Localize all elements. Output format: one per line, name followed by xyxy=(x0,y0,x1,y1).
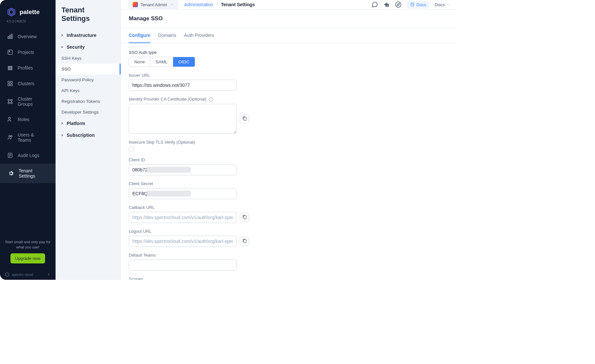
docs-badge-label: Docs xyxy=(417,2,426,7)
default-teams-label: Default Teams xyxy=(129,253,449,258)
nav-label: Cluster Groups xyxy=(18,96,48,107)
tree-platform[interactable]: Platform xyxy=(56,118,121,129)
svg-rect-9 xyxy=(11,81,12,83)
tree-security[interactable]: Security xyxy=(56,41,121,53)
client-id-label: Client ID xyxy=(129,157,449,162)
idp-cert-label: Identity Provider CA Certificate (Option… xyxy=(129,97,449,102)
chat-icon[interactable] xyxy=(372,1,378,8)
tree-infrastructure[interactable]: Infrastructure xyxy=(56,29,121,41)
docs-dropdown[interactable]: Docs xyxy=(435,2,450,7)
collapse-sidebar-icon[interactable] xyxy=(46,272,51,277)
copy-logout-button[interactable] xyxy=(240,237,249,246)
powered-by-row: spectro cloud xyxy=(0,269,56,280)
nav-label: Clusters xyxy=(18,81,34,86)
chevron-down-icon xyxy=(170,3,174,7)
svg-point-13 xyxy=(11,99,12,101)
auth-type-none[interactable]: None xyxy=(129,57,150,67)
scopes-label: Scopes xyxy=(129,277,449,280)
chevron-right-icon xyxy=(60,133,64,137)
tab-domains[interactable]: Domains xyxy=(158,28,176,43)
breadcrumb: Administration / Tenant Settings xyxy=(184,2,255,7)
auth-type-saml[interactable]: SAML xyxy=(150,57,173,67)
logo[interactable]: palette xyxy=(0,0,56,20)
nav-roles[interactable]: Roles xyxy=(0,112,56,127)
svg-rect-10 xyxy=(8,84,9,86)
sub-api-keys[interactable]: API Keys xyxy=(56,85,121,96)
clipboard-icon xyxy=(242,116,247,121)
client-secret-input[interactable] xyxy=(129,188,237,199)
svg-rect-11 xyxy=(11,84,12,86)
primary-sidebar: palette 4.5.0-240828 Overview Projects P… xyxy=(0,0,56,280)
logout-input[interactable] xyxy=(129,236,237,247)
panel-title: Tenant Settings xyxy=(56,0,121,29)
svg-rect-1 xyxy=(10,35,11,39)
sub-ssh-keys[interactable]: SSH Keys xyxy=(56,53,121,64)
content-header: Manage SSO xyxy=(121,9,457,28)
overview-icon xyxy=(7,34,13,40)
tree-label: Infrastructure xyxy=(67,33,96,38)
svg-marker-21 xyxy=(397,3,399,6)
users-teams-icon xyxy=(7,135,13,140)
tree-subscription[interactable]: Subscription xyxy=(56,129,121,141)
clipboard-icon xyxy=(242,239,247,244)
clusters-icon xyxy=(7,81,13,87)
copy-cert-button[interactable] xyxy=(240,114,249,123)
tenant-icon xyxy=(133,2,138,7)
svg-point-16 xyxy=(8,117,10,119)
issuer-input[interactable] xyxy=(129,80,237,91)
upgrade-button[interactable]: Upgrade now xyxy=(10,253,45,263)
breadcrumb-separator: / xyxy=(216,2,218,7)
svg-rect-6 xyxy=(8,68,12,68)
svg-rect-26 xyxy=(244,240,246,243)
app-root: palette 4.5.0-240828 Overview Projects P… xyxy=(0,0,457,280)
tree-label: Subscription xyxy=(67,133,95,138)
palette-logo-icon xyxy=(7,7,16,17)
bug-icon[interactable] xyxy=(383,1,390,8)
auth-type-oidc[interactable]: OIDC xyxy=(173,57,195,67)
nav-clusters[interactable]: Clusters xyxy=(0,76,56,91)
skip-tls-checkbox[interactable] xyxy=(129,147,134,151)
sub-developer-settings[interactable]: Developer Settings xyxy=(56,107,121,118)
tree-label: Security xyxy=(67,44,85,50)
docs-icon xyxy=(410,2,415,7)
callback-input[interactable] xyxy=(129,212,237,223)
profiles-icon xyxy=(7,65,13,71)
sub-registration-tokens[interactable]: Registration Tokens xyxy=(56,96,121,107)
gear-icon xyxy=(8,170,14,176)
svg-point-14 xyxy=(8,102,9,104)
sub-sso[interactable]: SSO xyxy=(56,64,121,74)
footer-text: Start small and only pay for what you us… xyxy=(5,239,51,250)
nav-projects[interactable]: Projects xyxy=(0,45,56,60)
compass-icon[interactable] xyxy=(395,1,402,8)
nav-users-teams[interactable]: Users & Teams xyxy=(0,128,56,147)
audit-logs-icon xyxy=(7,152,13,158)
client-id-input[interactable] xyxy=(129,164,237,175)
projects-icon xyxy=(7,49,13,55)
tenant-selector[interactable]: Tenant Admin xyxy=(128,0,178,9)
sub-password-policy[interactable]: Password Policy xyxy=(56,74,121,85)
default-teams-input[interactable] xyxy=(129,260,237,271)
nav-overview[interactable]: Overview xyxy=(0,29,56,44)
nav-cluster-groups[interactable]: Cluster Groups xyxy=(0,92,56,111)
logout-label: Logout URL xyxy=(129,229,449,234)
tab-configure[interactable]: Configure xyxy=(129,28,150,43)
nav-profiles[interactable]: Profiles xyxy=(0,60,56,75)
sso-tabs: Configure Domains Auth Providers xyxy=(121,28,457,43)
svg-point-12 xyxy=(8,99,9,101)
nav-tenant-settings[interactable]: Tenant Settings xyxy=(0,164,56,183)
info-icon[interactable] xyxy=(209,97,213,102)
tab-auth-providers[interactable]: Auth Providers xyxy=(184,28,214,43)
topbar: Tenant Admin Administration / Tenant Set… xyxy=(121,0,457,9)
breadcrumb-link-administration[interactable]: Administration xyxy=(184,2,213,7)
settings-panel: Tenant Settings Infrastructure Security … xyxy=(56,0,121,280)
main-content: Tenant Admin Administration / Tenant Set… xyxy=(121,0,457,280)
auth-type-toggle: None SAML OIDC xyxy=(129,57,195,67)
idp-cert-textarea[interactable] xyxy=(129,104,237,134)
svg-point-15 xyxy=(11,102,12,104)
nav-label: Audit Logs xyxy=(18,153,39,158)
brand-name: palette xyxy=(20,8,40,16)
docs-badge-button[interactable]: Docs xyxy=(407,1,430,8)
docs-dropdown-label: Docs xyxy=(435,2,445,7)
nav-audit-logs[interactable]: Audit Logs xyxy=(0,148,56,163)
copy-callback-button[interactable] xyxy=(240,213,249,222)
